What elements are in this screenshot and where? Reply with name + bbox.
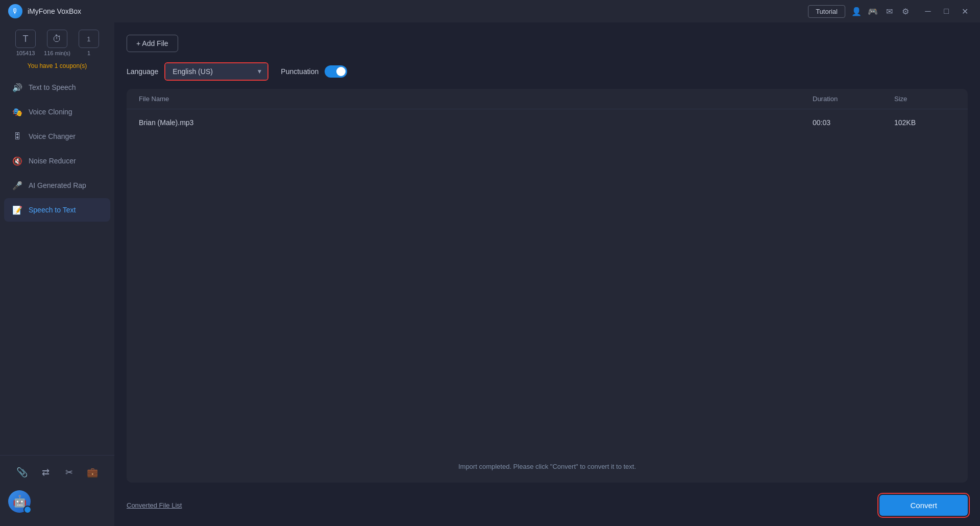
stat-chars: T 105413: [15, 30, 36, 56]
convert-button[interactable]: Convert: [879, 495, 968, 516]
toggle-track: [325, 65, 347, 78]
count-value: 1: [87, 50, 90, 56]
voice-cloning-icon: 🎭: [12, 107, 22, 117]
text-to-speech-icon: 🔊: [12, 82, 22, 92]
add-file-button[interactable]: + Add File: [127, 35, 178, 52]
language-option-group: Language English (US) English (UK) Spani…: [127, 62, 268, 81]
sidebar-item-voice-cloning[interactable]: 🎭 Voice Cloning: [4, 100, 110, 124]
speech-to-text-icon: 📝: [12, 205, 22, 215]
count-icon: 1: [79, 30, 99, 48]
close-button[interactable]: ✕: [958, 4, 972, 18]
mins-icon: ⏱: [47, 30, 67, 48]
sidebar-nav: 🔊 Text to Speech 🎭 Voice Cloning 🎛 Voice…: [0, 76, 114, 451]
ai-rap-icon: 🎤: [12, 180, 22, 190]
chars-icon: T: [15, 30, 36, 48]
sidebar-item-voice-changer[interactable]: 🎛 Voice Changer: [4, 125, 110, 148]
titlebar-left: 🎙 iMyFone VoxBox: [8, 4, 81, 18]
tutorial-button[interactable]: Tutorial: [808, 5, 845, 18]
main-layout: T 105413 ⏱ 116 min(s) 1 1 You have 1 cou…: [0, 22, 980, 526]
sidebar-bottom-icons: 📎 ⇄ ✂ 💼: [0, 455, 114, 485]
language-select[interactable]: English (US) English (UK) Spanish French…: [165, 63, 267, 80]
punctuation-option-group: Punctuation: [281, 65, 347, 78]
size-cell: 102KB: [894, 118, 955, 127]
converted-file-list-link[interactable]: Converted File List: [127, 501, 182, 509]
punctuation-toggle[interactable]: [325, 65, 347, 78]
language-label: Language: [127, 67, 158, 76]
stat-count: 1 1: [79, 30, 99, 56]
punctuation-label: Punctuation: [281, 67, 318, 76]
user-icon[interactable]: 👤: [851, 6, 862, 16]
mins-value: 116 min(s): [44, 50, 70, 56]
attachment-icon[interactable]: 📎: [13, 464, 31, 481]
scissors-icon[interactable]: ✂: [60, 464, 78, 481]
sidebar-item-label: Text to Speech: [29, 83, 76, 91]
sidebar: T 105413 ⏱ 116 min(s) 1 1 You have 1 cou…: [0, 22, 114, 526]
app-title: iMyFone VoxBox: [28, 7, 81, 15]
table-header: File Name Duration Size: [127, 89, 968, 109]
sidebar-item-label: Speech to Text: [29, 206, 76, 214]
table-row[interactable]: Brian (Male).mp3 00:03 102KB: [127, 113, 968, 132]
sidebar-item-speech-to-text[interactable]: 📝 Speech to Text: [4, 198, 110, 222]
file-table: File Name Duration Size Brian (Male).mp3…: [127, 89, 968, 483]
duration-cell: 00:03: [813, 118, 894, 127]
col-duration: Duration: [813, 95, 894, 103]
titlebar-right: Tutorial 👤 🎮 ✉ ⚙ ─ □ ✕: [808, 4, 972, 18]
toggle-thumb: [336, 67, 346, 76]
bot-image: 🤖: [8, 490, 31, 513]
briefcase-icon[interactable]: 💼: [84, 464, 101, 481]
sidebar-item-ai-rap[interactable]: 🎤 AI Generated Rap: [4, 174, 110, 197]
loop-icon[interactable]: ⇄: [37, 464, 54, 481]
coupon-bar: You have 1 coupon(s): [0, 59, 114, 76]
chars-value: 105413: [16, 50, 35, 56]
discord-icon[interactable]: 🎮: [868, 6, 878, 16]
sidebar-item-noise-reducer[interactable]: 🔇 Noise Reducer: [4, 149, 110, 173]
file-table-container: File Name Duration Size Brian (Male).mp3…: [127, 89, 968, 483]
mail-icon[interactable]: ✉: [884, 6, 894, 16]
content-area: + Add File Language English (US) English…: [114, 22, 980, 526]
noise-reducer-icon: 🔇: [12, 156, 22, 166]
sidebar-item-text-to-speech[interactable]: 🔊 Text to Speech: [4, 76, 110, 99]
titlebar: 🎙 iMyFone VoxBox Tutorial 👤 🎮 ✉ ⚙ ─ □ ✕: [0, 0, 980, 22]
col-size: Size: [894, 95, 955, 103]
col-file-name: File Name: [139, 95, 813, 103]
sidebar-stats: T 105413 ⏱ 116 min(s) 1 1: [0, 22, 114, 59]
minimize-button[interactable]: ─: [921, 4, 935, 18]
sidebar-item-label: Voice Changer: [29, 132, 76, 140]
sidebar-item-label: Voice Cloning: [29, 108, 72, 116]
file-name-cell: Brian (Male).mp3: [139, 118, 813, 127]
voice-changer-icon: 🎛: [12, 131, 22, 141]
table-body: Brian (Male).mp3 00:03 102KB: [127, 109, 968, 452]
import-hint: Import completed. Please click "Convert"…: [127, 452, 968, 483]
language-select-wrapper: English (US) English (UK) Spanish French…: [164, 62, 268, 81]
bottom-bar: Converted File List Convert: [127, 487, 968, 526]
options-row: Language English (US) English (UK) Spani…: [127, 62, 968, 81]
app-logo: 🎙: [8, 4, 22, 18]
sidebar-item-label: AI Generated Rap: [29, 181, 86, 189]
maximize-button[interactable]: □: [939, 4, 953, 18]
stat-mins: ⏱ 116 min(s): [44, 30, 70, 56]
bot-badge: [23, 506, 32, 514]
toolbar: + Add File: [127, 35, 968, 52]
sidebar-item-label: Noise Reducer: [29, 157, 76, 165]
bot-avatar: 🤖: [0, 485, 114, 518]
window-controls: ─ □ ✕: [921, 4, 972, 18]
settings-icon[interactable]: ⚙: [900, 6, 911, 16]
